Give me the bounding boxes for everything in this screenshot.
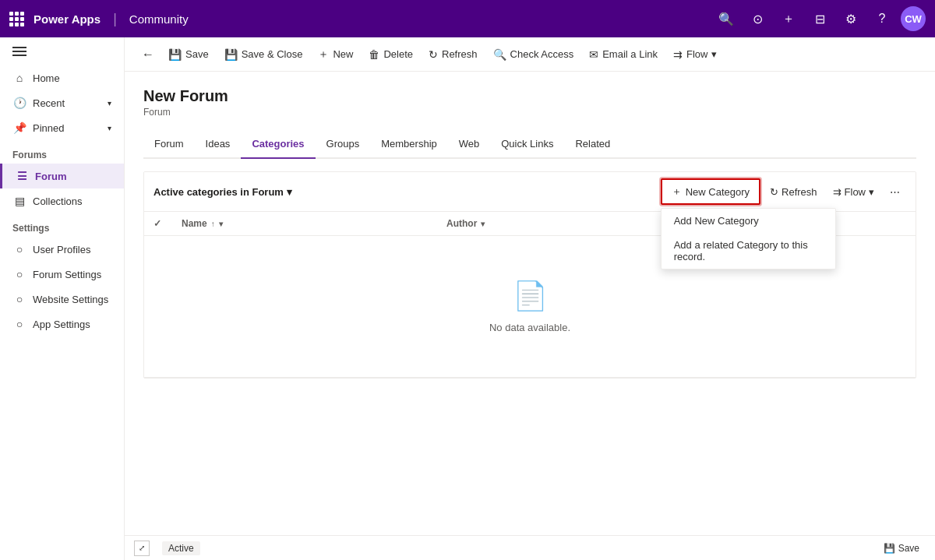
tab-membership[interactable]: Membership [370,130,448,159]
dropdown-item-add-related-category[interactable]: Add a related Category to this record. [662,233,835,269]
email-icon: ✉ [589,48,598,61]
table-title: Active categories in Forum ▾ [153,186,654,198]
sidebar-item-app-settings[interactable]: ○ App Settings [0,312,124,336]
col-header-author[interactable]: Author ▾ [437,212,655,236]
table-container: Active categories in Forum ▾ ＋ New Categ… [143,171,916,379]
flow-chevron-icon: ▾ [869,186,874,198]
refresh-icon: ↻ [770,186,778,198]
chevron-down-icon: ▾ [108,99,111,107]
collections-icon: ▤ [12,195,26,207]
refresh-button[interactable]: ↻ Refresh [422,44,484,65]
sort-asc-icon: ↑ [211,220,215,228]
sidebar-item-forum-settings[interactable]: ○ Forum Settings [0,262,124,287]
help-icon[interactable]: ? [870,6,894,31]
clock-icon: 🕐 [12,97,26,109]
sidebar-item-website-settings[interactable]: ○ Website Settings [0,287,124,312]
user-icon: ○ [12,243,26,255]
app-icon: ○ [12,318,26,330]
layout: ⌂ Home 🕐 Recent ▾ 📌 Pinned ▾ Forums ☰ Fo… [0,37,935,560]
tab-quicklinks[interactable]: Quick Links [490,130,564,159]
status-bar: ⤢ Active 💾 Save [125,535,935,560]
sort-desc-icon: ▾ [219,220,223,228]
user-avatar[interactable]: CW [901,6,926,31]
table-more-button[interactable]: ⋯ [884,181,906,203]
empty-document-icon: 📄 [513,280,548,312]
expand-button[interactable]: ⤢ [134,541,150,556]
settings-icon[interactable]: ⚙ [838,6,863,31]
settings-icon: ○ [12,268,26,280]
table-flow-button[interactable]: ⇉ Flow ▾ [827,181,880,203]
sidebar-item-label: Recent [33,97,101,109]
new-button[interactable]: ＋ New [312,43,359,66]
hamburger-button[interactable] [0,37,124,65]
page-title: New Forum [143,87,916,105]
tab-ideas[interactable]: Ideas [195,130,242,159]
back-button[interactable]: ← [137,44,159,65]
sidebar-item-user-profiles[interactable]: ○ User Profiles [0,237,124,262]
status-save-button[interactable]: 💾 Save [877,540,926,557]
tab-related[interactable]: Related [564,130,621,159]
save-close-button[interactable]: 💾 Save & Close [218,44,309,65]
save-close-icon: 💾 [224,48,238,61]
new-category-button[interactable]: ＋ New Category [661,178,760,205]
tab-forum[interactable]: Forum [143,130,195,159]
add-icon[interactable]: ＋ [776,6,801,31]
grid-icon[interactable] [9,12,24,26]
sidebar-item-label: Forum Settings [33,269,111,280]
sidebar-item-label: Website Settings [33,294,111,305]
chevron-down-icon: ▾ [108,124,111,132]
sidebar-item-label: Home [33,72,111,84]
target-icon[interactable]: ⊙ [745,6,770,31]
table-refresh-button[interactable]: ↻ Refresh [764,181,824,203]
page-subtitle: Forum [143,107,916,118]
flow-button[interactable]: ⇉ Flow ▾ [667,44,723,65]
pin-icon: 📌 [12,122,26,134]
delete-button[interactable]: 🗑 Delete [362,44,419,65]
website-icon: ○ [12,293,26,305]
check-icon: 🔍 [493,48,506,61]
new-icon: ＋ [318,48,329,62]
check-icon: ✓ [153,218,161,229]
flow-chevron-icon: ▾ [711,48,717,60]
page-content: New Forum Forum Forum Ideas Categories G… [125,72,935,535]
refresh-icon: ↻ [429,48,438,61]
top-nav: Power Apps | Community 🔍 ⊙ ＋ ⊟ ⚙ ? CW [0,0,935,37]
dropdown-item-add-new-category[interactable]: Add New Category [662,209,835,233]
forums-section-label: Forums [0,140,124,164]
save-icon: 💾 [168,48,182,61]
tab-categories[interactable]: Categories [241,130,315,159]
table-actions: ＋ New Category ↻ Refresh ⇉ Flow ▾ ⋯ [661,178,906,205]
sidebar-item-home[interactable]: ⌂ Home [0,65,124,90]
tabs: Forum Ideas Categories Groups Membership… [143,130,916,159]
col-header-name[interactable]: Name ↑ ▾ [172,212,437,236]
save-button[interactable]: 💾 Save [162,44,215,65]
hamburger-icon [12,47,26,56]
plus-icon: ＋ [672,185,682,199]
dropdown-chevron-icon[interactable]: ▾ [287,186,292,198]
sidebar-item-label: User Profiles [33,244,111,255]
forum-icon: ☰ [15,170,29,182]
community-name: Community [129,12,189,26]
sidebar-item-collections[interactable]: ▤ Collections [0,188,124,213]
sidebar-item-label: Forum [35,171,111,182]
main-area: ← 💾 Save 💾 Save & Close ＋ New 🗑 Delete ↻… [125,37,935,560]
tab-groups[interactable]: Groups [316,130,371,159]
email-link-button[interactable]: ✉ Email a Link [583,44,664,65]
status-badge: Active [162,541,200,555]
filter-icon[interactable]: ⊟ [807,6,832,31]
sidebar: ⌂ Home 🕐 Recent ▾ 📌 Pinned ▾ Forums ☰ Fo… [0,37,125,560]
flow-icon: ⇉ [673,48,683,61]
sidebar-item-recent[interactable]: 🕐 Recent ▾ [0,90,124,115]
check-access-button[interactable]: 🔍 Check Access [487,44,580,65]
sidebar-item-label: Pinned [33,122,101,134]
col-header-check: ✓ [144,212,172,236]
sidebar-item-pinned[interactable]: 📌 Pinned ▾ [0,115,124,140]
tab-web[interactable]: Web [448,130,491,159]
toolbar: ← 💾 Save 💾 Save & Close ＋ New 🗑 Delete ↻… [125,37,935,72]
search-icon[interactable]: 🔍 [714,6,739,31]
app-name[interactable]: Power Apps [34,12,101,26]
home-icon: ⌂ [12,72,26,84]
settings-section-label: Settings [0,213,124,237]
sidebar-item-forum[interactable]: ☰ Forum [0,164,124,188]
nav-divider: | [113,11,117,27]
